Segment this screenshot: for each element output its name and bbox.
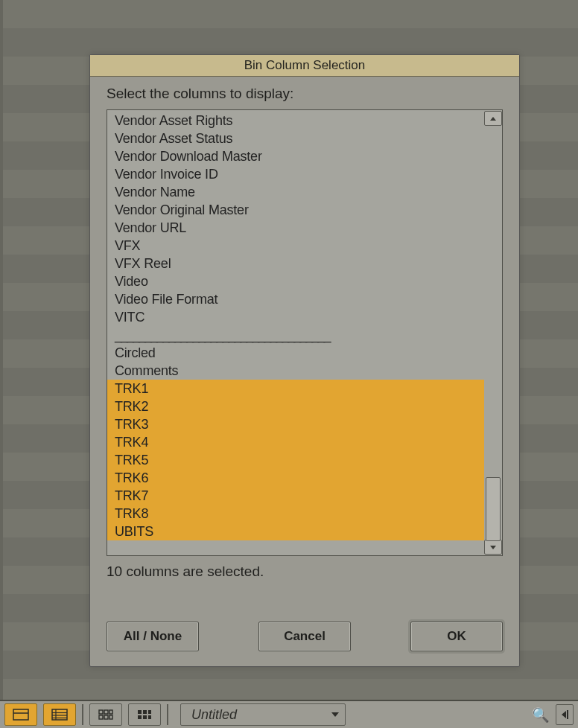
scrollbar-thumb[interactable] [486,477,501,541]
scroll-up-button[interactable] [484,111,502,126]
svg-rect-18 [148,715,151,719]
bin-tab-label: Untitled [191,707,237,723]
cancel-button[interactable]: Cancel [258,622,351,651]
column-option[interactable]: TRK1 [107,380,484,397]
dialog-title: Bin Column Selection [90,55,519,77]
selection-status: 10 columns are selected. [107,563,503,580]
column-option[interactable]: VFX Reel [107,255,484,272]
view-list-icon [51,709,68,721]
svg-rect-0 [13,709,28,720]
svg-rect-15 [148,710,151,714]
bin-tab[interactable]: Untitled [180,703,346,726]
dialog-instruction: Select the columns to display: [107,86,503,102]
column-listbox: Vendor Asset RightsVendor Asset StatusVe… [107,109,503,556]
column-option[interactable]: Vendor Name [107,183,484,201]
view-grid-small-icon [98,709,114,721]
view-mode-list-button[interactable] [43,703,76,726]
svg-rect-16 [138,715,142,719]
collapse-arrow-icon [562,711,566,718]
bottom-toolbar: Untitled 🔍 [0,700,578,728]
column-list[interactable]: Vendor Asset RightsVendor Asset StatusVe… [107,110,484,555]
column-option[interactable]: ____________________________________ [107,326,484,344]
column-option[interactable]: TRK6 [107,469,484,487]
column-option[interactable]: TRK3 [107,415,484,433]
ok-button[interactable]: OK [410,622,503,651]
column-option[interactable]: TRK4 [107,433,484,451]
view-mode-grid-large-button[interactable] [128,703,161,726]
search-button[interactable]: 🔍 [532,706,550,724]
listbox-scrollbar [484,110,502,555]
svg-rect-7 [99,710,103,714]
all-none-button[interactable]: All / None [107,622,199,651]
collapse-panel-button[interactable] [556,704,574,725]
column-option[interactable]: TRK8 [107,505,484,523]
chevron-up-icon [490,117,496,121]
column-option[interactable]: Comments [107,362,484,380]
svg-rect-13 [138,710,142,714]
column-option[interactable]: VITC [107,308,484,326]
column-option[interactable]: Vendor Asset Rights [107,112,484,130]
toolbar-separator [82,704,83,725]
column-option[interactable]: Vendor Invoice ID [107,165,484,183]
column-option[interactable]: Video [107,272,484,290]
scrollbar-track[interactable] [486,127,501,538]
dialog-button-row: All / None Cancel OK [90,622,519,666]
view-grid-large-icon [136,709,153,721]
svg-rect-10 [99,715,103,719]
column-option[interactable]: Video File Format [107,290,484,308]
collapse-bar-icon [567,710,568,719]
view-split-icon [13,709,29,721]
view-mode-split-button[interactable] [4,703,37,726]
column-option[interactable]: Vendor Original Master [107,201,484,219]
column-option[interactable]: Vendor URL [107,219,484,237]
svg-rect-8 [104,710,108,714]
column-option[interactable]: Vendor Asset Status [107,130,484,147]
svg-rect-14 [143,710,147,714]
svg-rect-17 [143,715,147,719]
bin-column-selection-dialog: Bin Column Selection Select the columns … [89,54,520,667]
column-option[interactable]: TRK7 [107,487,484,505]
search-icon: 🔍 [532,706,550,724]
svg-rect-11 [104,715,108,719]
dialog-body: Select the columns to display: Vendor As… [90,77,519,583]
column-option[interactable]: UBITS [107,523,484,540]
toolbar-separator [167,704,168,725]
column-option[interactable]: TRK2 [107,397,484,415]
column-option[interactable]: Vendor Download Master [107,147,484,165]
svg-rect-9 [109,710,112,714]
svg-rect-12 [109,715,112,719]
view-mode-grid-small-button[interactable] [89,703,122,726]
column-option[interactable]: VFX [107,237,484,255]
chevron-down-icon [490,546,496,549]
column-option[interactable]: Circled [107,344,484,362]
dropdown-arrow-icon [331,712,339,717]
scroll-down-button[interactable] [484,540,502,555]
column-option[interactable]: TRK5 [107,451,484,469]
